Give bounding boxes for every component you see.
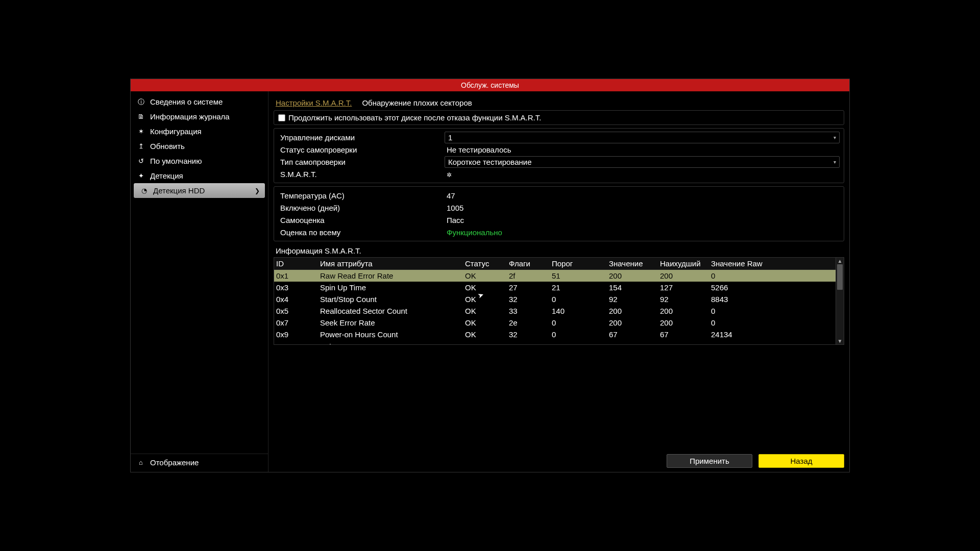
sidebar: ⓘ Сведения о системе 🗎 Информация журнал… xyxy=(131,91,268,472)
cell-worst: 200 xyxy=(658,317,709,329)
col-flags[interactable]: Флаги xyxy=(507,258,550,270)
smart-summary-panel: Температура (AC) 47 Включено (дней) 1005… xyxy=(274,186,844,241)
table-row[interactable]: 0x4Start/Stop CountOK32092928843 xyxy=(274,293,836,305)
sidebar-item-label: Обновить xyxy=(150,142,185,151)
cell-status: OK xyxy=(463,282,507,293)
cell-flags: 32 xyxy=(507,340,550,344)
cell-name: Start/Stop Count xyxy=(318,293,463,305)
sidebar-item-label: Детекция xyxy=(150,171,183,180)
smart-run-button[interactable] xyxy=(445,170,840,179)
table-header-row: ID Имя аттрибута Статус Флаги Порог Знач… xyxy=(274,258,836,270)
back-button[interactable]: Назад xyxy=(758,454,844,468)
cell-value: 100 xyxy=(607,340,658,344)
cell-value: 154 xyxy=(607,282,658,293)
field-label: Тип самопроверки xyxy=(278,158,445,166)
cell-thresh: 51 xyxy=(550,270,607,282)
field-label: Самооценка xyxy=(278,216,445,224)
sidebar-item-log-info[interactable]: 🗎 Информация журнала xyxy=(131,109,268,124)
cell-thresh: 0 xyxy=(550,340,607,344)
sidebar-item-configuration[interactable]: ✶ Конфигурация xyxy=(131,124,268,139)
cell-name: Seek Error Rate xyxy=(318,317,463,329)
cell-name: Power-on Hours Count xyxy=(318,329,463,340)
continue-use-panel: Продолжить использовать этот диске после… xyxy=(274,110,844,125)
temperature-value: 47 xyxy=(445,191,840,200)
continue-use-checkbox-row[interactable]: Продолжить использовать этот диске после… xyxy=(278,113,840,122)
table-scrollbar[interactable]: ▲ ▼ xyxy=(836,258,844,344)
cell-id: 0x4 xyxy=(274,293,318,305)
table-row[interactable]: 0x9Power-on Hours CountOK320676724134 xyxy=(274,329,836,340)
sidebar-item-label: Сведения о системе xyxy=(150,97,223,106)
cell-value: 200 xyxy=(607,317,658,329)
cell-value: 67 xyxy=(607,329,658,340)
title-bar: Обслуж. системы xyxy=(131,79,849,91)
apply-button[interactable]: Применить xyxy=(667,454,752,468)
sidebar-item-detection[interactable]: ✦ Детекция xyxy=(131,168,268,183)
home-icon: ⌂ xyxy=(137,459,145,467)
tab-bad-sector-detect[interactable]: Обнаружение плохих секторов xyxy=(362,98,472,107)
tabs: Настройки S.M.A.R.T. Обнаружение плохих … xyxy=(274,94,844,110)
table-row[interactable]: 0x3Spin Up TimeOK27211541275266 xyxy=(274,282,836,293)
cell-thresh: 0 xyxy=(550,317,607,329)
sidebar-item-default[interactable]: ↺ По умолчанию xyxy=(131,154,268,168)
cell-status: OK xyxy=(463,329,507,340)
field-label: Включено (дней) xyxy=(278,204,445,212)
table-row[interactable]: 0xaSpin Up Retry CountOK3201001000 xyxy=(274,340,836,344)
sidebar-item-label: По умолчанию xyxy=(150,157,202,165)
col-value[interactable]: Значение xyxy=(607,258,658,270)
col-raw[interactable]: Значение Raw xyxy=(709,258,836,270)
cell-flags: 27 xyxy=(507,282,550,293)
chevron-down-icon: ▾ xyxy=(834,135,836,140)
tab-smart-settings[interactable]: Настройки S.M.A.R.T. xyxy=(276,98,352,107)
scroll-up-icon[interactable]: ▲ xyxy=(838,258,843,264)
smart-table-scroll: ID Имя аттрибута Статус Флаги Порог Знач… xyxy=(274,258,836,344)
cell-status: OK xyxy=(463,270,507,282)
sidebar-item-system-info[interactable]: ⓘ Сведения о системе xyxy=(131,94,268,109)
cell-flags: 32 xyxy=(507,329,550,340)
cell-id: 0x7 xyxy=(274,317,318,329)
cell-raw: 8843 xyxy=(709,293,836,305)
smart-table: ID Имя аттрибута Статус Флаги Порог Знач… xyxy=(274,258,836,344)
cell-flags: 2e xyxy=(507,317,550,329)
main-panel: Настройки S.M.A.R.T. Обнаружение плохих … xyxy=(268,91,849,472)
table-row[interactable]: 0x1Raw Read Error RateOK2f512002000 xyxy=(274,270,836,282)
cell-worst: 127 xyxy=(658,282,709,293)
detection-icon: ✦ xyxy=(137,172,145,180)
cell-thresh: 140 xyxy=(550,305,607,317)
sidebar-item-label: Конфигурация xyxy=(150,127,202,136)
scroll-track[interactable] xyxy=(836,264,844,338)
cell-raw: 0 xyxy=(709,270,836,282)
upgrade-icon: ↥ xyxy=(137,142,145,151)
selftest-type-dropdown[interactable]: Короткое тестирование ▾ xyxy=(445,156,840,168)
cell-raw: 0 xyxy=(709,305,836,317)
cell-thresh: 0 xyxy=(550,293,607,305)
field-label: S.M.A.R.T. xyxy=(278,170,445,179)
cell-status: OK xyxy=(463,317,507,329)
cell-status: OK xyxy=(463,305,507,317)
col-id[interactable]: ID xyxy=(274,258,318,270)
hdd-icon: ◔ xyxy=(140,187,148,195)
cell-flags: 2f xyxy=(507,270,550,282)
sidebar-item-hdd-detection[interactable]: ◔ Детекция HDD xyxy=(134,183,265,198)
scroll-down-icon[interactable]: ▼ xyxy=(838,338,843,344)
table-row[interactable]: 0x7Seek Error RateOK2e02002000 xyxy=(274,317,836,329)
col-worst[interactable]: Наихудший xyxy=(658,258,709,270)
col-status[interactable]: Статус xyxy=(463,258,507,270)
disk-management-dropdown[interactable]: 1 ▾ xyxy=(445,132,840,143)
cell-flags: 33 xyxy=(507,305,550,317)
col-name[interactable]: Имя аттрибута xyxy=(318,258,463,270)
default-icon: ↺ xyxy=(137,157,145,165)
sidebar-item-upgrade[interactable]: ↥ Обновить xyxy=(131,139,268,154)
table-row[interactable]: 0x5Reallocated Sector CountOK33140200200… xyxy=(274,305,836,317)
chevron-down-icon: ▾ xyxy=(834,159,836,165)
sidebar-spacer xyxy=(131,198,268,454)
col-thresh[interactable]: Порог xyxy=(550,258,607,270)
field-overall: Оценка по всему Функционально xyxy=(278,226,840,238)
window-title: Обслуж. системы xyxy=(461,81,519,89)
sidebar-footer-display[interactable]: ⌂ Отображение xyxy=(131,454,268,472)
scroll-thumb[interactable] xyxy=(837,264,843,290)
field-disk-management: Управление дисками 1 ▾ xyxy=(278,131,840,143)
continue-use-checkbox[interactable] xyxy=(278,114,285,121)
field-temperature: Температура (AC) 47 xyxy=(278,189,840,202)
cell-id: 0x1 xyxy=(274,270,318,282)
cell-name: Reallocated Sector Count xyxy=(318,305,463,317)
